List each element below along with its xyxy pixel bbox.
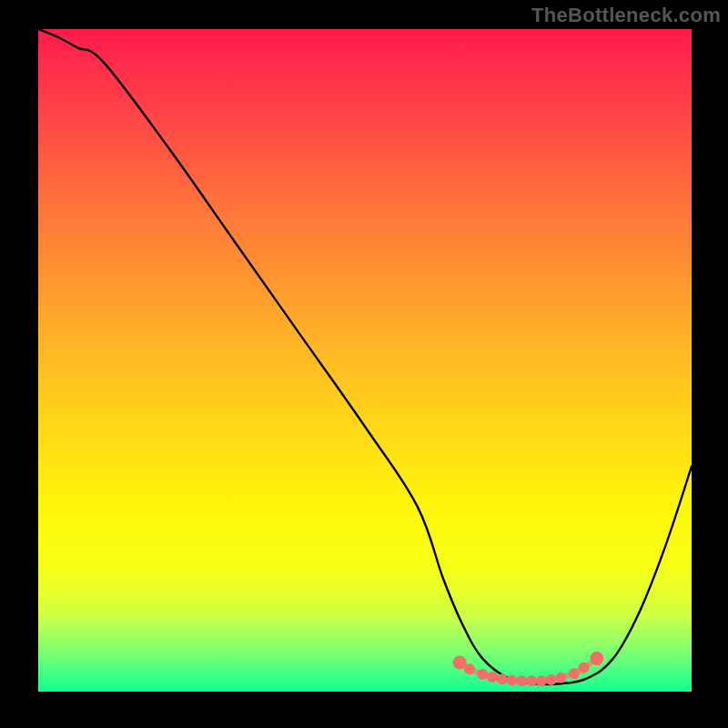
- plot-area: [38, 29, 692, 692]
- accent-marker: [464, 663, 475, 674]
- accent-marker: [516, 675, 527, 686]
- accent-marker: [536, 675, 547, 686]
- accent-marker: [507, 675, 518, 686]
- accent-marker: [497, 673, 508, 684]
- accent-marker: [526, 675, 537, 686]
- watermark-text: TheBottleneck.com: [531, 4, 721, 27]
- chart-container: TheBottleneck.com: [0, 0, 728, 728]
- accent-marker: [569, 668, 580, 679]
- accent-marker: [555, 672, 566, 683]
- accent-marker: [477, 669, 488, 680]
- accent-marker: [546, 674, 557, 685]
- accent-marker: [487, 672, 498, 682]
- accent-marker: [590, 652, 603, 665]
- curve-overlay: [38, 29, 692, 692]
- accent-marker: [579, 662, 590, 673]
- curve-line: [38, 29, 692, 684]
